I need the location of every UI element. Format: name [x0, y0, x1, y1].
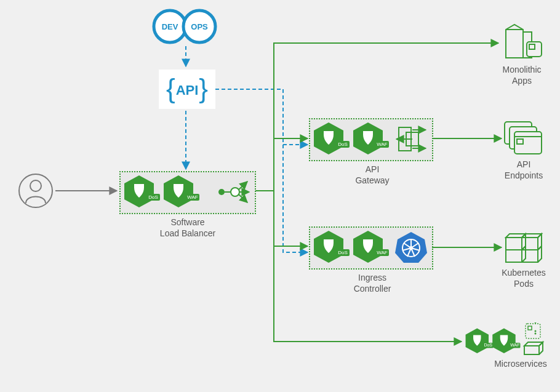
api-gateway-label: APIGateway	[348, 164, 397, 186]
gateway-icon	[394, 121, 428, 157]
svg-rect-57	[528, 326, 532, 330]
gateway-shields: DoS WAF	[313, 121, 405, 157]
kube-pods-icon	[503, 229, 544, 265]
api-node: { } API	[159, 70, 215, 109]
svg-text:}: }	[199, 73, 208, 103]
api-endpoints-icon	[503, 121, 544, 156]
lb-shields: DoS WAF	[123, 174, 215, 210]
svg-text:DoS: DoS	[338, 250, 348, 255]
api-endpoints-label: APIEndpoints	[501, 159, 546, 181]
svg-point-59	[535, 330, 537, 332]
svg-rect-46	[506, 238, 522, 250]
devops-icon: DEV OPS	[151, 7, 220, 46]
svg-rect-48	[506, 250, 522, 262]
svg-point-12	[218, 189, 225, 195]
api-label: API	[176, 82, 199, 98]
microservices-label: Microservices	[490, 358, 551, 369]
architecture-diagram: DEV OPS { } API DoS WAF	[0, 0, 560, 392]
svg-text:WAF: WAF	[187, 194, 198, 200]
svg-text:DoS: DoS	[148, 194, 158, 200]
monolithic-icon	[502, 23, 543, 62]
svg-point-60	[535, 333, 537, 335]
kubernetes-icon	[394, 230, 428, 265]
svg-text:WAF: WAF	[510, 343, 519, 347]
svg-point-14	[231, 188, 239, 196]
load-balance-icon	[215, 174, 252, 210]
kube-pods-label: KubernetesPods	[497, 267, 550, 289]
svg-point-5	[30, 180, 41, 191]
ingress-label: IngressController	[348, 272, 397, 294]
microservices-shields: DoS WAF	[465, 327, 521, 354]
svg-text:{: {	[166, 73, 175, 103]
user-icon	[17, 172, 54, 209]
svg-text:WAF: WAF	[377, 142, 388, 147]
svg-rect-61	[524, 346, 539, 354]
svg-text:DoS: DoS	[338, 142, 348, 147]
microservices-icon	[522, 322, 549, 357]
svg-point-58	[535, 322, 537, 324]
svg-text:WAF: WAF	[377, 250, 388, 255]
ops-label: OPS	[191, 22, 208, 31]
svg-point-38	[409, 246, 413, 250]
monolithic-label: MonolithicApps	[497, 64, 546, 86]
load-balancer-label: SoftwareLoad Balancer	[154, 217, 222, 239]
dev-label: DEV	[162, 22, 178, 31]
ingress-shields: DoS WAF	[313, 230, 405, 265]
svg-text:DoS: DoS	[484, 343, 492, 347]
svg-rect-43	[514, 132, 542, 154]
